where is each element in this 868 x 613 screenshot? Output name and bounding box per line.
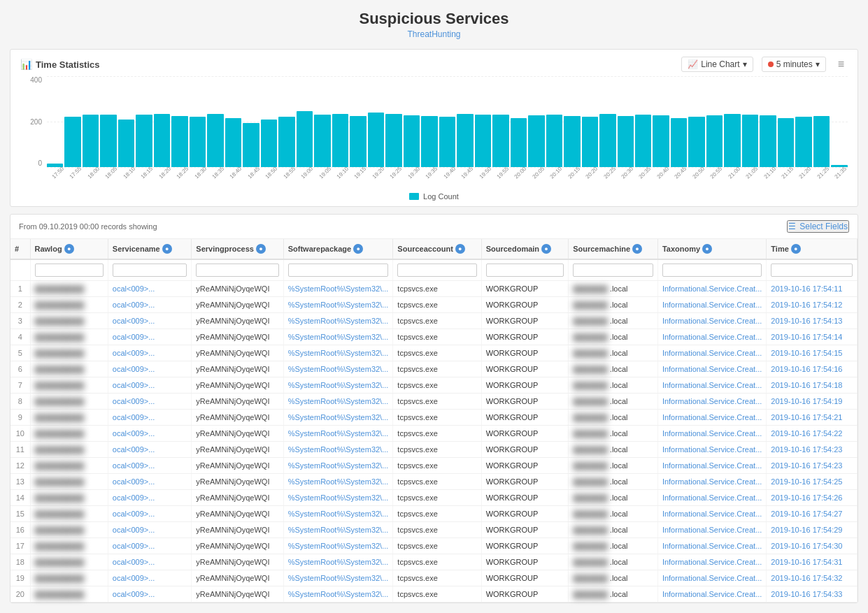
- cell-softwarepackage[interactable]: %SystemRoot%\System32\...: [283, 506, 393, 522]
- cell-softwarepackage[interactable]: %SystemRoot%\System32\...: [283, 538, 393, 554]
- cell-softwarepackage[interactable]: %SystemRoot%\System32\...: [283, 377, 393, 394]
- taxonomy-filter-icon[interactable]: ●: [702, 244, 712, 254]
- cell-servicename[interactable]: ocal<009>...: [108, 490, 192, 506]
- cell-softwarepackage[interactable]: %SystemRoot%\System32\...: [283, 361, 393, 377]
- cell-num: 15: [10, 506, 30, 522]
- table-row: 19 ██████████ ocal<009>... yReAMNiNjOyqe…: [10, 570, 858, 586]
- filter-sourcemachine[interactable]: [569, 259, 658, 281]
- time-filter-icon[interactable]: ●: [791, 244, 801, 254]
- filter-sourcemachine-input[interactable]: [573, 264, 653, 277]
- cell-servicename[interactable]: ocal<009>...: [108, 426, 192, 442]
- cell-servicename[interactable]: ocal<009>...: [108, 442, 192, 458]
- cell-servicename[interactable]: ocal<009>...: [108, 361, 192, 377]
- cell-servicename[interactable]: ocal<009>...: [108, 458, 192, 474]
- cell-softwarepackage[interactable]: %SystemRoot%\System32\...: [283, 570, 393, 586]
- cell-servicename[interactable]: ocal<009>...: [108, 345, 192, 361]
- bar-6: [154, 114, 170, 167]
- cell-servicename[interactable]: ocal<009>...: [108, 522, 192, 538]
- cell-softwarepackage[interactable]: %SystemRoot%\System32\...: [283, 554, 393, 570]
- col-header-servicename: Servicename ●: [108, 239, 192, 259]
- filter-time-input[interactable]: [771, 264, 853, 277]
- line-chart-icon: 📈: [688, 59, 698, 69]
- cell-num: 6: [10, 361, 30, 377]
- bar-17: [350, 116, 366, 167]
- sourcedomain-filter-icon[interactable]: ●: [541, 244, 551, 254]
- rawlog-filter-icon[interactable]: ●: [64, 244, 74, 254]
- cell-servicename[interactable]: ocal<009>...: [108, 586, 192, 603]
- filter-rawlog-input[interactable]: [35, 264, 104, 277]
- cell-servicename[interactable]: ocal<009>...: [108, 538, 192, 554]
- cell-sourcedomain: WORKGROUP: [481, 506, 569, 522]
- filter-servingprocess-input[interactable]: [196, 264, 278, 277]
- filter-sourceaccount[interactable]: [393, 259, 481, 281]
- cell-softwarepackage[interactable]: %SystemRoot%\System32\...: [283, 297, 393, 313]
- cell-servicename[interactable]: ocal<009>...: [108, 281, 192, 297]
- softwarepackage-filter-icon[interactable]: ●: [353, 244, 363, 254]
- cell-servicename[interactable]: ocal<009>...: [108, 394, 192, 410]
- cell-softwarepackage[interactable]: %SystemRoot%\System32\...: [283, 458, 393, 474]
- cell-sourcedomain: WORKGROUP: [481, 586, 569, 603]
- filter-taxonomy[interactable]: [657, 259, 766, 281]
- cell-servicename[interactable]: ocal<009>...: [108, 410, 192, 426]
- filter-sourcedomain[interactable]: [481, 259, 569, 281]
- cell-time: 2019-10-16 17:54:19: [767, 394, 858, 410]
- cell-softwarepackage[interactable]: %SystemRoot%\System32\...: [283, 426, 393, 442]
- chart-legend: Log Count: [20, 192, 848, 201]
- cell-taxonomy: Informational.Service.Creat...: [657, 345, 766, 361]
- bar-29: [564, 116, 580, 167]
- page-subtitle: ThreatHunting: [0, 29, 868, 39]
- servicename-filter-icon[interactable]: ●: [162, 244, 172, 254]
- filter-time[interactable]: [767, 259, 858, 281]
- y-axis: 400 200 0: [20, 76, 45, 167]
- cell-softwarepackage[interactable]: %SystemRoot%\System32\...: [283, 490, 393, 506]
- cell-taxonomy: Informational.Service.Creat...: [657, 570, 766, 586]
- cell-softwarepackage[interactable]: %SystemRoot%\System32\...: [283, 394, 393, 410]
- filter-servicename[interactable]: [108, 259, 192, 281]
- filter-softwarepackage-input[interactable]: [288, 264, 389, 277]
- line-chart-button[interactable]: 📈 Line Chart ▾: [681, 57, 753, 72]
- cell-softwarepackage[interactable]: %SystemRoot%\System32\...: [283, 522, 393, 538]
- sourcemachine-filter-icon[interactable]: ●: [632, 244, 642, 254]
- cell-servicename[interactable]: ocal<009>...: [108, 313, 192, 329]
- filter-servicename-input[interactable]: [113, 264, 187, 277]
- cell-sourcemachine: ███████ .local: [569, 538, 658, 554]
- filter-rawlog[interactable]: [30, 259, 108, 281]
- cell-softwarepackage[interactable]: %SystemRoot%\System32\...: [283, 281, 393, 297]
- cell-servicename[interactable]: ocal<009>...: [108, 506, 192, 522]
- filter-softwarepackage[interactable]: [283, 259, 393, 281]
- cell-servicename[interactable]: ocal<009>...: [108, 474, 192, 490]
- select-fields-button[interactable]: ☰ Select Fields: [787, 220, 849, 233]
- filter-sourcedomain-input[interactable]: [486, 264, 564, 277]
- cell-servicename[interactable]: ocal<009>...: [108, 297, 192, 313]
- bars-area: [47, 76, 848, 167]
- cell-softwarepackage[interactable]: %SystemRoot%\System32\...: [283, 313, 393, 329]
- records-info: From 09.10.2019 00:00 records showing: [19, 222, 157, 231]
- cell-softwarepackage[interactable]: %SystemRoot%\System32\...: [283, 474, 393, 490]
- chart-menu-button[interactable]: ≡: [834, 57, 848, 72]
- filter-sourceaccount-input[interactable]: [397, 264, 476, 277]
- cell-time: 2019-10-16 17:54:11: [767, 281, 858, 297]
- cell-softwarepackage[interactable]: %SystemRoot%\System32\...: [283, 345, 393, 361]
- table-header-row: # Rawlog ● Servicename ● Servingprocess: [10, 239, 858, 259]
- cell-num: 17: [10, 538, 30, 554]
- cell-softwarepackage[interactable]: %SystemRoot%\System32\...: [283, 410, 393, 426]
- cell-taxonomy: Informational.Service.Creat...: [657, 490, 766, 506]
- cell-servicename[interactable]: ocal<009>...: [108, 570, 192, 586]
- cell-softwarepackage[interactable]: %SystemRoot%\System32\...: [283, 329, 393, 345]
- time-interval-label: 5 minutes: [776, 59, 813, 69]
- cell-softwarepackage[interactable]: %SystemRoot%\System32\...: [283, 442, 393, 458]
- time-interval-button[interactable]: 5 minutes ▾: [762, 57, 826, 72]
- filter-taxonomy-input[interactable]: [662, 264, 762, 277]
- bar-24: [475, 115, 491, 167]
- col-header-rawlog: Rawlog ●: [30, 239, 108, 259]
- cell-servicename[interactable]: ocal<009>...: [108, 377, 192, 394]
- cell-servicename[interactable]: ocal<009>...: [108, 554, 192, 570]
- cell-servicename[interactable]: ocal<009>...: [108, 329, 192, 345]
- bar-14: [297, 111, 313, 167]
- sourceaccount-filter-icon[interactable]: ●: [455, 244, 465, 254]
- cell-sourceaccount: tcpsvcs.exe: [393, 394, 481, 410]
- cell-softwarepackage[interactable]: %SystemRoot%\System32\...: [283, 586, 393, 603]
- bar-16: [332, 114, 348, 167]
- filter-servingprocess[interactable]: [192, 259, 283, 281]
- servingprocess-filter-icon[interactable]: ●: [256, 244, 266, 254]
